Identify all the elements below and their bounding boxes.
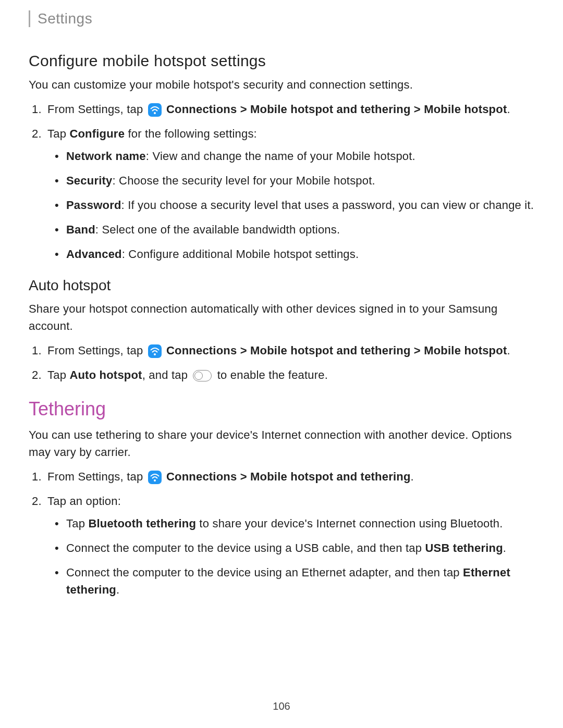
heading-tethering: Tethering [29, 398, 534, 420]
step-bold: Connections > Mobile hotspot and tetheri… [166, 103, 507, 116]
toggle-off-icon [193, 370, 212, 381]
bullet-item: Tap Bluetooth tethering to share your de… [66, 515, 534, 532]
bullet-label: Band [66, 223, 95, 236]
step-item: Tap Auto hotspot, and tap to enable the … [47, 366, 534, 384]
bullet-label: Security [66, 174, 112, 187]
step-suffix: . [411, 470, 414, 483]
bullet-item: Password: If you choose a security level… [66, 196, 534, 214]
bullet-label: Password [66, 199, 121, 212]
bullet-text: : Configure additional Mobile hotspot se… [122, 248, 359, 261]
step-item: Tap Configure for the following settings… [47, 125, 534, 263]
svg-point-1 [154, 353, 156, 355]
bullet-item: Advanced: Configure additional Mobile ho… [66, 245, 534, 263]
bullet-bold: Bluetooth tethering [88, 517, 196, 530]
step-text: Tap [47, 127, 69, 140]
step-bold: Auto hotspot [69, 368, 142, 381]
bullet-text: : If you choose a security level that us… [121, 199, 534, 212]
step-mid: , and tap [142, 368, 191, 381]
bullet-item: Connect the computer to the device using… [66, 564, 534, 598]
intro-configure-hotspot: You can customize your mobile hotspot's … [29, 76, 534, 93]
intro-tethering: You can use tethering to share your devi… [29, 426, 534, 461]
svg-point-0 [154, 112, 156, 114]
step-text: Tap an option: [47, 495, 121, 508]
bullet-text: : Choose the security level for your Mob… [112, 174, 375, 187]
tethering-options-list: Tap Bluetooth tethering to share your de… [47, 515, 534, 598]
steps-tethering: From Settings, tap Connections > Mobile … [29, 468, 534, 598]
bullet-label: Network name [66, 150, 146, 163]
step-item: From Settings, tap Connections > Mobile … [47, 468, 534, 485]
connections-icon [148, 471, 162, 484]
step-text: From Settings, tap [47, 344, 146, 357]
bullet-item: Connect the computer to the device using… [66, 539, 534, 557]
connections-icon [148, 103, 162, 117]
step-text: From Settings, tap [47, 103, 146, 116]
svg-point-2 [154, 479, 156, 482]
intro-auto-hotspot: Share your hotspot connection automatica… [29, 300, 534, 335]
bullet-text: : View and change the name of your Mobil… [146, 150, 415, 163]
bullet-suffix: . [503, 541, 506, 554]
bullet-item: Network name: View and change the name o… [66, 147, 534, 165]
page-header-title: Settings [29, 10, 534, 27]
bullet-prefix: Connect the computer to the device using… [66, 566, 463, 579]
bullet-suffix: to share your device's Internet connecti… [196, 517, 503, 530]
configure-options-list: Network name: View and change the name o… [47, 147, 534, 263]
heading-auto-hotspot: Auto hotspot [29, 277, 534, 294]
step-bold: Connections > Mobile hotspot and tetheri… [166, 344, 507, 357]
step-suffix: for the following settings: [125, 127, 257, 140]
step-bold: Configure [69, 127, 125, 140]
steps-configure-hotspot: From Settings, tap Connections > Mobile … [29, 101, 534, 263]
step-suffix: . [507, 103, 510, 116]
connections-icon [148, 344, 162, 358]
step-suffix: to enable the feature. [214, 368, 328, 381]
heading-configure-hotspot: Configure mobile hotspot settings [29, 52, 534, 70]
step-item: From Settings, tap Connections > Mobile … [47, 101, 534, 118]
steps-auto-hotspot: From Settings, tap Connections > Mobile … [29, 342, 534, 384]
step-text: From Settings, tap [47, 470, 146, 483]
bullet-text: : Select one of the available bandwidth … [95, 223, 340, 236]
bullet-item: Band: Select one of the available bandwi… [66, 221, 534, 238]
step-item: From Settings, tap Connections > Mobile … [47, 342, 534, 359]
bullet-prefix: Connect the computer to the device using… [66, 541, 425, 554]
bullet-suffix: . [116, 583, 119, 596]
step-suffix: . [507, 344, 510, 357]
bullet-prefix: Tap [66, 517, 88, 530]
bullet-bold: USB tethering [425, 541, 503, 554]
step-text: Tap [47, 368, 69, 381]
page-number: 106 [0, 700, 563, 712]
bullet-item: Security: Choose the security level for … [66, 172, 534, 189]
step-bold: Connections > Mobile hotspot and tetheri… [166, 470, 411, 483]
step-item: Tap an option: Tap Bluetooth tethering t… [47, 492, 534, 598]
bullet-label: Advanced [66, 248, 122, 261]
